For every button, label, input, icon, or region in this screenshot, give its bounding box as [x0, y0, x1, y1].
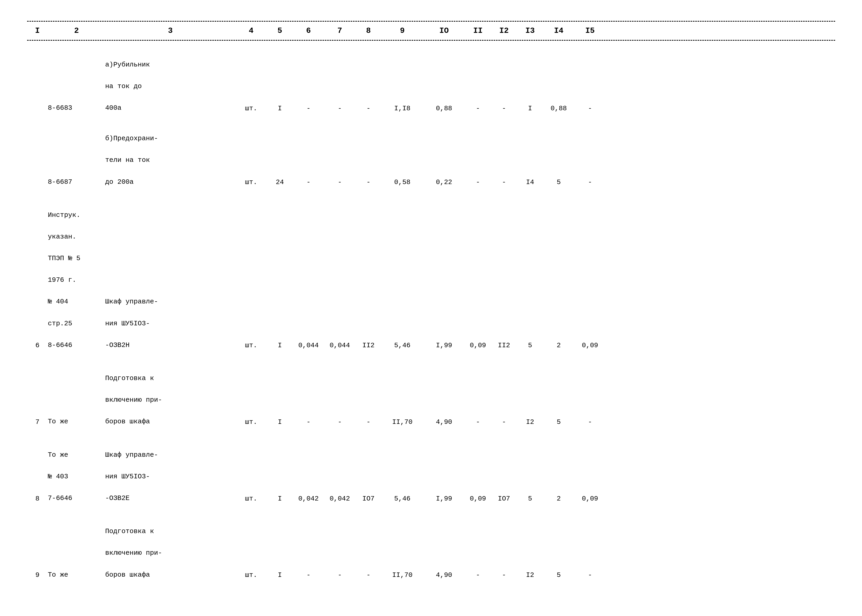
cell-row5-col2: То же № 403 7-6646	[48, 437, 105, 504]
cell-row6-col13: I2	[517, 569, 543, 580]
cell-row6-col12: -	[491, 569, 517, 580]
cell-row6-col14: 5	[543, 569, 575, 580]
cell-row2-col6: -	[293, 176, 324, 187]
header-col2: 2	[48, 26, 105, 35]
table-row: 8-6687 б)Предохрани- тели на ток до 200а…	[27, 116, 835, 190]
cell-row6-col2: То же	[48, 568, 105, 581]
cell-row1-col7: -	[324, 102, 356, 114]
cell-row2-col12: -	[491, 176, 517, 187]
cell-row5-col11: 0,09	[465, 492, 491, 504]
header-col4: 4	[236, 26, 267, 35]
cell-row1-col13: I	[517, 102, 543, 114]
cell-row6-col7: -	[324, 569, 356, 580]
cell-row6-col15: -	[575, 569, 606, 580]
table-row: 7 То же Подготовка к включению при- боро…	[27, 353, 835, 429]
cell-text: То же № 403 7-6646	[48, 439, 105, 504]
table-row: 6 Инструк. указан. ТПЭП № 5 1976 г. № 40…	[27, 190, 835, 353]
cell-row5-col12: IО7	[491, 492, 517, 504]
cell-row1-col2: 8-6683	[48, 101, 105, 114]
cell-row3-col10: I,99	[423, 339, 465, 350]
cell-text: Инструк. указан. ТПЭП № 5 1976 г. № 404 …	[48, 199, 105, 350]
header-row: I 2 3 4 5 6 7 8 9 IO II I2 I3 I4 I5	[27, 22, 835, 40]
cell-row6-col1: 9	[27, 569, 48, 580]
header-col9: 9	[382, 26, 423, 35]
cell-row2-col3: б)Предохрани- тели на ток до 200а	[105, 121, 236, 188]
cell-row4-col15: -	[575, 415, 606, 427]
cell-row3-col1: 6	[27, 341, 48, 350]
cell-row4-col1: 7	[27, 415, 48, 427]
cell-row3-col2: Инструк. указан. ТПЭП № 5 1976 г. № 404 …	[48, 197, 105, 350]
cell-row1-col3: а)Рубильник на ток до 400а	[105, 47, 236, 114]
cell-row4-col3: Подготовка к включению при- боров шкафа	[105, 360, 236, 427]
cell-row1-col5: I	[267, 102, 293, 114]
cell-row3-col13: 5	[517, 339, 543, 350]
cell-row4-col5: I	[267, 415, 293, 427]
cell-row2-col2: 8-6687	[48, 175, 105, 188]
header-col7: 7	[324, 26, 356, 35]
cell-row4-col6: -	[293, 415, 324, 427]
cell-row3-col12: II2	[491, 339, 517, 350]
cell-row1-col10: 0,88	[423, 102, 465, 114]
cell-row4-col13: I2	[517, 415, 543, 427]
cell-row2-col14: 5	[543, 176, 575, 187]
cell-row2-col4: шт.	[236, 176, 267, 187]
header-col13: I3	[517, 26, 543, 35]
cell-row2-col15: -	[575, 176, 606, 187]
cell-row4-col14: 5	[543, 415, 575, 427]
cell-text: То же	[48, 416, 105, 427]
cell-row5-col5: I	[267, 492, 293, 504]
table-row: 8 То же № 403 7-6646 Шкаф управле- ния Ш…	[27, 429, 835, 506]
header-col1: I	[27, 26, 48, 35]
table-wrapper: I 2 3 4 5 6 7 8 9 IO II I2 I3 I4 I5 8-66…	[27, 21, 835, 582]
cell-text: 8-6687	[48, 177, 105, 188]
cell-row5-col9: 5,46	[382, 492, 423, 504]
cell-row1-col4: шт.	[236, 102, 267, 114]
cell-row5-col3: Шкаф управле- ния ШУ5IО3- -ОЗВ2Е	[105, 437, 236, 504]
cell-row2-col5: 24	[267, 176, 293, 187]
cell-text: Подготовка к включению при- боров шкафа	[105, 515, 236, 581]
page-container: I 2 3 4 5 6 7 8 9 IO II I2 I3 I4 I5 8-66…	[16, 21, 846, 582]
header-col12: I2	[491, 26, 517, 35]
cell-row1-col14: 0,88	[543, 102, 575, 114]
cell-row4-col2: То же	[48, 415, 105, 427]
cell-row3-col11: 0,09	[465, 339, 491, 350]
cell-row6-col8: -	[356, 569, 382, 580]
cell-row2-col13: I4	[517, 176, 543, 187]
cell-row6-col6: -	[293, 569, 324, 580]
cell-row3-col14: 2	[543, 339, 575, 350]
cell-row4-col11: -	[465, 415, 491, 427]
cell-row5-col6: 0,042	[293, 492, 324, 504]
cell-row6-col11: -	[465, 569, 491, 580]
cell-row3-col6: 0,044	[293, 339, 324, 350]
cell-text: Подготовка к включению при- боров шкафа	[105, 362, 236, 427]
cell-row4-col8: -	[356, 415, 382, 427]
cell-row3-col15: 0,09	[575, 339, 606, 350]
cell-row2-col8: -	[356, 176, 382, 187]
cell-row5-col15: 0,09	[575, 492, 606, 504]
cell-row1-col1	[27, 112, 48, 114]
header-col3: 3	[105, 26, 236, 35]
cell-row4-col4: шт.	[236, 415, 267, 427]
header-col10: IO	[423, 26, 465, 35]
cell-text: Шкаф управле- ния ШУ5IО3- -ОЗВ2Е	[105, 439, 236, 504]
cell-row4-col7: -	[324, 415, 356, 427]
cell-text: 8-6683	[48, 103, 105, 114]
cell-row1-col11: -	[465, 102, 491, 114]
cell-row4-col9: II,70	[382, 415, 423, 427]
cell-row1-col15: -	[575, 102, 606, 114]
table-row: 9 То же Подготовка к включению при- боро…	[27, 506, 835, 583]
cell-row2-col11: -	[465, 176, 491, 187]
header-col14: I4	[543, 26, 575, 35]
table-row: 8-6683 а)Рубильник на ток до 400а шт. I …	[27, 41, 835, 116]
cell-row3-col8: II2	[356, 339, 382, 350]
cell-row6-col10: 4,90	[423, 569, 465, 580]
cell-row4-col12: -	[491, 415, 517, 427]
cell-row1-col12: -	[491, 102, 517, 114]
cell-row6-col9: II,70	[382, 569, 423, 580]
cell-row2-col1	[27, 186, 48, 187]
cell-text: То же	[48, 570, 105, 581]
header-col11: II	[465, 26, 491, 35]
cell-row5-col13: 5	[517, 492, 543, 504]
cell-text: Шкаф управле- ния ШУ5IО3- -ОЗВ2Н	[105, 286, 236, 351]
cell-row5-col7: 0,042	[324, 492, 356, 504]
